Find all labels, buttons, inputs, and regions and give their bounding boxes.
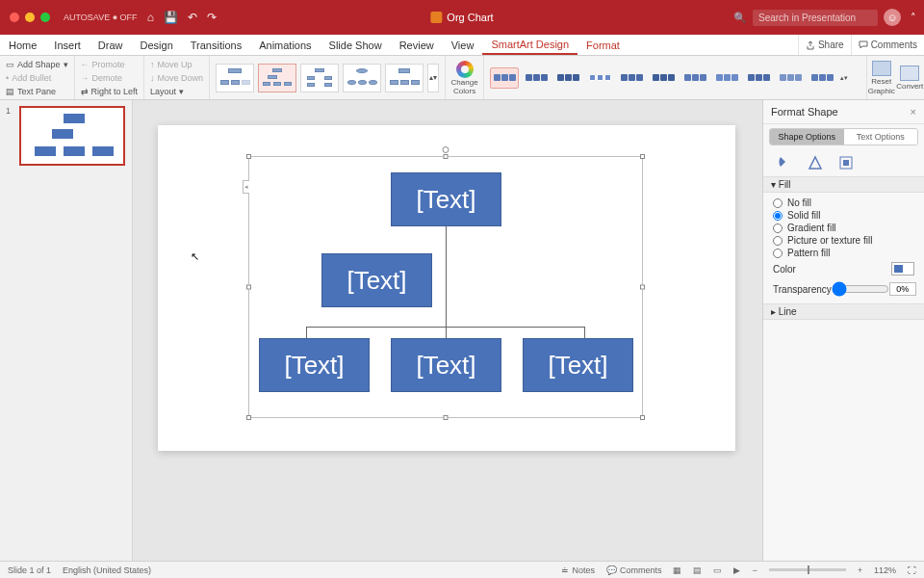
effects-icon[interactable] (808, 155, 823, 171)
view-normal-icon[interactable]: ▦ (673, 565, 681, 575)
quick-access-toolbar: ⌂ 💾 ↶ ↷ (147, 11, 217, 24)
tab-format[interactable]: Format (578, 35, 629, 55)
layout-button[interactable]: Layout ▾ (150, 85, 203, 98)
home-icon[interactable]: ⌂ (147, 11, 154, 24)
tab-insert[interactable]: Insert (45, 35, 90, 55)
tab-text-options[interactable]: Text Options (844, 129, 918, 144)
tab-design[interactable]: Design (132, 35, 182, 55)
fit-to-window-button[interactable]: ⛶ (908, 565, 916, 575)
tab-home[interactable]: Home (0, 35, 45, 55)
transparency-spinner[interactable] (889, 282, 916, 296)
language-indicator[interactable]: English (United States) (63, 565, 151, 575)
autosave-toggle[interactable]: AUTOSAVE ● OFF (64, 13, 138, 22)
fill-gradient-radio[interactable]: Gradient fill (773, 222, 914, 234)
zoom-level[interactable]: 112% (874, 565, 896, 575)
fill-solid-radio[interactable]: Solid fill (773, 209, 914, 222)
fill-pattern-radio[interactable]: Pattern fill (773, 247, 914, 259)
org-node-assistant[interactable]: [Text] (321, 253, 432, 307)
share-button[interactable]: Share (798, 35, 851, 55)
view-reading-icon[interactable]: ▭ (713, 565, 722, 575)
resize-handle-e[interactable] (640, 285, 645, 290)
search-icon[interactable]: 🔍 (733, 12, 747, 24)
resize-handle-w[interactable] (246, 285, 251, 290)
org-node-child-2[interactable]: [Text] (391, 338, 501, 392)
avatar[interactable]: ☺ (884, 9, 901, 26)
org-node-top[interactable]: [Text] (391, 172, 501, 226)
text-pane-toggle[interactable]: ◂ (243, 180, 249, 194)
tab-slideshow[interactable]: Slide Show (321, 35, 391, 55)
line-section-header[interactable]: ▸ Line (763, 303, 924, 320)
zoom-slider[interactable] (769, 568, 846, 571)
fill-section-header[interactable]: ▾ Fill (763, 176, 924, 193)
smartart-selection[interactable]: ◂ [Text] [Text] [Text] [Text] [Text] (248, 156, 643, 418)
color-picker-button[interactable] (891, 262, 914, 276)
style-10[interactable] (776, 67, 805, 89)
close-icon[interactable] (10, 13, 19, 22)
slide-canvas[interactable]: ◂ [Text] [Text] [Text] [Text] [Text] ↖ (133, 100, 762, 561)
tab-smartart-design[interactable]: SmartArt Design (482, 35, 578, 55)
minimize-icon[interactable] (25, 13, 35, 22)
org-node-child-1[interactable]: [Text] (259, 338, 370, 392)
style-2[interactable] (522, 67, 551, 89)
style-7[interactable] (680, 67, 709, 89)
zoom-in-button[interactable]: + (858, 565, 862, 575)
style-9[interactable] (744, 67, 773, 89)
view-sorter-icon[interactable]: ▤ (693, 565, 702, 575)
reset-graphic-button[interactable]: ResetGraphic (868, 61, 895, 95)
add-shape-button[interactable]: ▭ Add Shape ▾ (6, 58, 68, 71)
resize-handle-s[interactable] (444, 415, 449, 420)
resize-handle-ne[interactable] (640, 154, 645, 159)
org-node-child-3[interactable]: [Text] (523, 338, 633, 392)
layout-option-4[interactable] (343, 64, 381, 92)
tab-view[interactable]: View (443, 35, 483, 55)
rtl-button[interactable]: ⇄ Right to Left (81, 85, 139, 98)
fill-line-icon[interactable] (777, 155, 792, 171)
resize-handle-se[interactable] (640, 415, 645, 420)
save-icon[interactable]: 💾 (164, 11, 178, 24)
tab-transitions[interactable]: Transitions (182, 35, 250, 55)
tab-animations[interactable]: Animations (250, 35, 320, 55)
change-colors-button[interactable]: Change Colors (446, 56, 484, 99)
tab-shape-options[interactable]: Shape Options (770, 129, 844, 144)
convert-button[interactable]: Convert (896, 66, 923, 91)
style-6[interactable] (649, 67, 678, 89)
redo-icon[interactable]: ↷ (207, 11, 217, 24)
close-pane-button[interactable]: × (911, 106, 916, 118)
slide-thumbnail-1[interactable] (19, 106, 125, 166)
resize-handle-nw[interactable] (246, 154, 251, 159)
svg-rect-2 (843, 160, 849, 166)
ribbon-collapse-icon[interactable]: ˄ (911, 12, 916, 24)
resize-handle-n[interactable] (444, 154, 449, 159)
text-pane-button[interactable]: ▤ Text Pane (6, 85, 68, 98)
layout-option-5[interactable] (385, 64, 424, 92)
layout-option-2[interactable] (258, 64, 296, 92)
view-slideshow-icon[interactable]: ▶ (733, 565, 740, 575)
resize-handle-sw[interactable] (246, 415, 251, 420)
ribbon-group-hierarchy: ← Promote → Demote ⇄ Right to Left (75, 56, 145, 99)
transparency-slider[interactable] (832, 281, 889, 297)
slide[interactable]: ◂ [Text] [Text] [Text] [Text] [Text] (158, 125, 735, 451)
tab-review[interactable]: Review (391, 35, 443, 55)
undo-icon[interactable]: ↶ (188, 11, 197, 24)
search-input[interactable] (753, 10, 878, 26)
style-5[interactable] (617, 67, 646, 89)
style-4[interactable] (585, 67, 614, 89)
fill-picture-radio[interactable]: Picture or texture fill (773, 234, 914, 247)
zoom-out-button[interactable]: − (752, 565, 757, 575)
layout-option-1[interactable] (216, 64, 254, 92)
layout-gallery-more[interactable]: ▴▾ (427, 64, 439, 92)
notes-button[interactable]: ≐ Notes (561, 565, 595, 575)
maximize-icon[interactable] (40, 13, 50, 22)
layout-option-3[interactable] (300, 64, 339, 92)
style-8[interactable] (712, 67, 741, 89)
rotate-handle[interactable] (443, 146, 449, 153)
style-11[interactable] (808, 67, 836, 89)
tab-draw[interactable]: Draw (90, 35, 132, 55)
style-gallery-more[interactable]: ▴▾ (839, 67, 849, 89)
fill-none-radio[interactable]: No fill (773, 197, 914, 209)
style-1[interactable] (490, 67, 519, 89)
comments-button[interactable]: Comments (851, 35, 924, 55)
size-props-icon[interactable] (838, 155, 854, 171)
style-3[interactable] (553, 67, 582, 89)
comments-toggle[interactable]: 💬 Comments (606, 565, 662, 575)
